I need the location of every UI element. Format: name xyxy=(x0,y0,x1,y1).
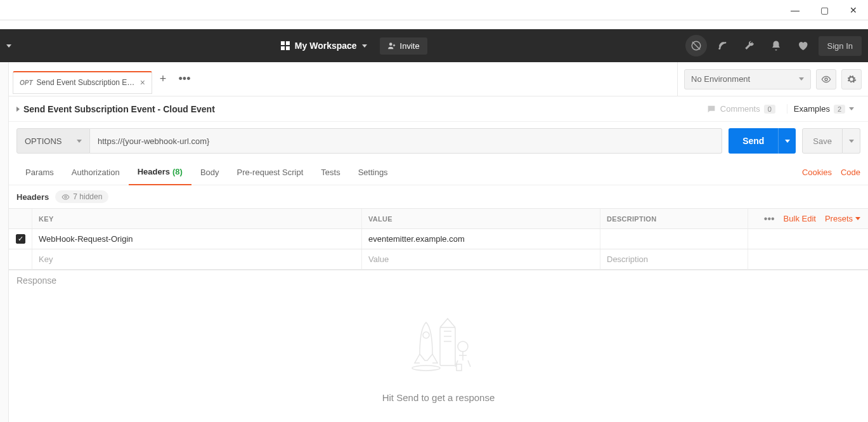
tab-headers-label: Headers xyxy=(138,167,170,176)
svg-point-7 xyxy=(458,341,468,352)
chevron-down-icon xyxy=(77,140,82,143)
comments-button[interactable]: Comments 0 xyxy=(700,104,782,114)
response-panel: Response Hit Send to get a r xyxy=(9,270,868,422)
table-row-new xyxy=(9,249,868,270)
tab-more-button[interactable]: ••• xyxy=(174,69,195,90)
send-button[interactable]: Send xyxy=(729,128,778,154)
header-value-cell[interactable]: eventemitter.example.com xyxy=(361,229,600,249)
comments-label: Comments xyxy=(720,104,760,114)
examples-label: Examples xyxy=(794,104,830,114)
hidden-count-label: 7 hidden xyxy=(73,192,102,201)
tabbar-row: OPT Send Event Subscription Event... × +… xyxy=(9,62,868,96)
tab-headers[interactable]: Headers (8) xyxy=(129,160,191,185)
examples-count: 2 xyxy=(834,105,845,114)
svg-rect-8 xyxy=(457,364,462,371)
menubar xyxy=(0,20,868,29)
window-close-button[interactable]: ✕ xyxy=(839,0,868,20)
request-title-label: Send Event Subscription Event - Cloud Ev… xyxy=(23,104,215,114)
invite-label: Invite xyxy=(400,41,420,51)
header-description-cell[interactable] xyxy=(600,229,748,249)
code-link[interactable]: Code xyxy=(841,168,860,177)
tab-headers-count: (8) xyxy=(172,167,183,176)
heart-icon[interactable] xyxy=(792,35,813,56)
chevron-down-icon xyxy=(785,140,790,143)
http-method-select[interactable]: OPTIONS xyxy=(16,128,90,154)
tab-prerequest[interactable]: Pre-request Script xyxy=(228,160,313,185)
new-value-input[interactable] xyxy=(368,254,593,264)
response-hint: Hit Send to get a response xyxy=(382,392,495,403)
signin-button[interactable]: Sign In xyxy=(819,36,862,56)
environment-label: No Environment xyxy=(691,74,750,84)
new-tab-button[interactable]: + xyxy=(152,69,174,90)
svg-point-5 xyxy=(423,332,429,338)
headers-section-label: Headers xyxy=(16,192,49,202)
svg-point-3 xyxy=(65,195,67,197)
environment-area: No Environment xyxy=(677,62,868,96)
tab-authorization[interactable]: Authorization xyxy=(63,160,129,185)
request-tabs-row: Params Authorization Headers (8) Body Pr… xyxy=(9,160,868,185)
bell-icon[interactable] xyxy=(765,35,787,56)
request-tab[interactable]: OPT Send Event Subscription Event... × xyxy=(13,71,152,94)
column-value: VALUE xyxy=(361,209,600,228)
satellite-icon[interactable] xyxy=(712,35,734,56)
browse-off-icon[interactable] xyxy=(685,35,707,56)
request-links: Cookies Code xyxy=(802,168,860,177)
svg-rect-6 xyxy=(440,327,455,366)
presets-link[interactable]: Presets xyxy=(825,214,860,223)
new-key-input[interactable] xyxy=(39,254,355,264)
send-options-button[interactable] xyxy=(778,128,796,154)
headers-toolbar: Headers 7 hidden xyxy=(9,185,868,208)
save-button[interactable]: Save xyxy=(802,128,843,154)
hidden-headers-toggle[interactable]: 7 hidden xyxy=(55,190,108,203)
presets-label: Presets xyxy=(825,214,853,223)
content-area: OPT Send Event Subscription Event... × +… xyxy=(0,62,868,422)
svg-point-0 xyxy=(389,43,392,46)
eye-icon xyxy=(821,74,831,84)
tab-title-label: Send Event Subscription Event... xyxy=(37,78,136,87)
environment-settings-button[interactable] xyxy=(841,69,862,89)
more-columns-button[interactable]: ••• xyxy=(764,213,775,225)
save-button-group: Save xyxy=(802,128,860,154)
request-title[interactable]: Send Event Subscription Event - Cloud Ev… xyxy=(16,104,700,114)
url-input[interactable] xyxy=(90,128,722,154)
response-empty-state: Hit Send to get a response xyxy=(9,291,868,422)
row-enabled-checkbox[interactable]: ✓ xyxy=(16,234,25,244)
tab-body[interactable]: Body xyxy=(191,160,228,185)
send-button-group: Send xyxy=(729,128,796,154)
examples-button[interactable]: Examples 2 xyxy=(787,104,860,114)
main-panel: OPT Send Event Subscription Event... × +… xyxy=(9,62,868,422)
headers-table: KEY VALUE DESCRIPTION ••• Bulk Edit Pres… xyxy=(9,208,868,270)
workspace-label: My Workspace xyxy=(295,41,357,51)
url-row: OPTIONS Send Save xyxy=(9,122,868,160)
bulk-edit-link[interactable]: Bulk Edit xyxy=(784,214,816,223)
save-options-button[interactable] xyxy=(843,128,860,154)
tab-params[interactable]: Params xyxy=(16,160,63,185)
invite-button[interactable]: Invite xyxy=(380,37,427,55)
chevron-down-icon xyxy=(849,140,854,143)
cookies-link[interactable]: Cookies xyxy=(802,168,832,177)
response-label: Response xyxy=(9,270,868,291)
tab-settings[interactable]: Settings xyxy=(349,160,397,185)
new-description-input[interactable] xyxy=(607,254,741,264)
environment-preview-button[interactable] xyxy=(816,69,836,89)
grid-icon xyxy=(281,41,290,50)
eye-icon xyxy=(62,193,70,201)
environment-selector[interactable]: No Environment xyxy=(684,69,811,89)
tab-tests[interactable]: Tests xyxy=(312,160,349,185)
chevron-down-icon xyxy=(855,217,860,220)
app-topbar: My Workspace Invite Sign In xyxy=(0,29,868,62)
header-key-cell[interactable]: WebHook-Request-Origin xyxy=(32,229,361,249)
close-icon[interactable]: × xyxy=(140,77,145,88)
svg-point-2 xyxy=(825,78,827,81)
tabbar: OPT Send Event Subscription Event... × +… xyxy=(9,65,677,94)
chevron-down-icon xyxy=(849,107,854,110)
method-label: OPTIONS xyxy=(25,136,62,146)
caret-right-icon xyxy=(16,107,20,112)
window-minimize-button[interactable]: — xyxy=(781,0,810,20)
window-maximize-button[interactable]: ▢ xyxy=(810,0,839,20)
rocket-illustration xyxy=(401,310,477,373)
workspace-selector[interactable]: My Workspace xyxy=(275,37,373,55)
column-key: KEY xyxy=(32,209,361,228)
wrench-icon[interactable] xyxy=(739,35,760,56)
chevron-down-icon[interactable] xyxy=(6,44,11,48)
